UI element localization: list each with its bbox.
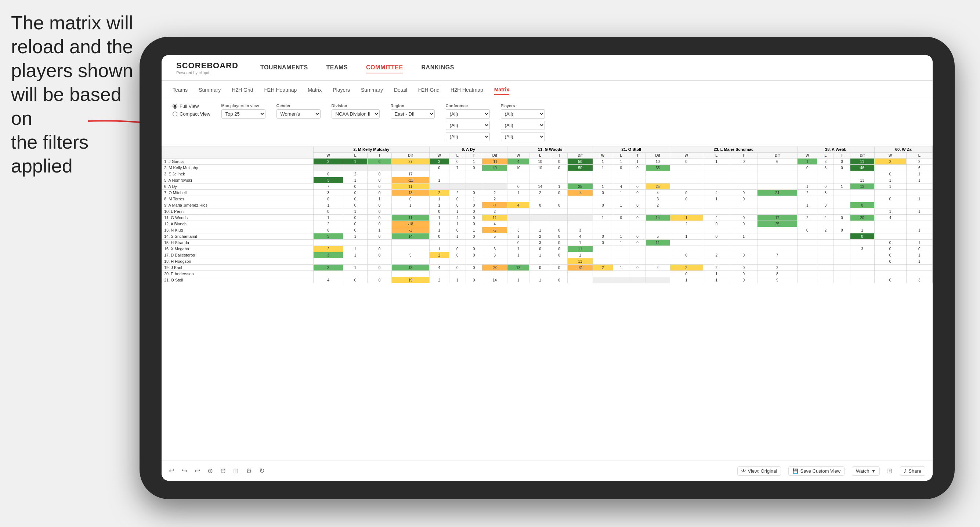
view-original-btn[interactable]: 👁 View: Original	[737, 467, 781, 476]
cell: 0	[593, 190, 613, 196]
sub-nav-h2h-heatmap2[interactable]: H2H Heatmap	[450, 85, 483, 95]
player-name: 3. S Jelinek	[162, 171, 313, 177]
cell	[850, 252, 874, 258]
cell	[449, 271, 466, 277]
players-select2[interactable]: (All)	[501, 121, 545, 130]
cell	[567, 171, 593, 177]
grid-view-icon[interactable]: ⊞	[887, 467, 892, 475]
cell	[629, 221, 646, 227]
cell	[392, 271, 430, 277]
nav-items: TOURNAMENTS TEAMS COMMITTEE RANKINGS	[260, 62, 454, 73]
cell: 0	[593, 233, 613, 240]
cell	[593, 271, 613, 277]
nav-committee[interactable]: COMMITTEE	[366, 62, 403, 73]
cell	[529, 258, 551, 265]
conference-select3[interactable]: (All)	[446, 132, 490, 141]
cell	[817, 277, 834, 283]
gender-filter: Gender Women's Men's	[277, 103, 321, 119]
cell: 0	[797, 227, 817, 233]
cell: 0	[629, 190, 646, 196]
cell: 0	[551, 265, 568, 271]
cell	[850, 277, 874, 283]
cell: 0	[551, 165, 568, 171]
cell: 0	[834, 159, 850, 165]
cell: 0	[629, 265, 646, 271]
sub-nav-summary[interactable]: Summary	[199, 85, 221, 95]
players-select3[interactable]: (All)	[501, 132, 545, 141]
sub-nav-summary2[interactable]: Summary	[361, 85, 383, 95]
undo-icon[interactable]: ↩	[169, 467, 174, 475]
grid-icon[interactable]: ⊡	[233, 467, 239, 475]
zoom-in-icon[interactable]: ⊕	[207, 467, 213, 475]
nav-teams[interactable]: TEAMS	[326, 62, 348, 73]
save-custom-view-btn[interactable]: 💾 Save Custom View	[788, 467, 845, 476]
cell	[551, 221, 568, 227]
cell	[797, 177, 817, 184]
sub-nav-matrix[interactable]: Matrix	[308, 85, 321, 95]
cell: 0	[367, 252, 391, 258]
cell	[529, 215, 551, 221]
cell	[313, 271, 343, 277]
full-view-radio[interactable]	[173, 104, 177, 109]
cell: 0	[367, 277, 391, 283]
sub-nav-detail[interactable]: Detail	[394, 85, 407, 95]
sub-nav-h2h-grid2[interactable]: H2H Grid	[418, 85, 439, 95]
share-btn[interactable]: ⤴ Share	[900, 467, 925, 476]
sh-w1: W	[313, 153, 343, 159]
conference-select1[interactable]: (All)	[446, 110, 490, 119]
cell: 0	[313, 227, 343, 233]
cell: 1	[629, 159, 646, 165]
cell	[850, 240, 874, 246]
division-select[interactable]: NCAA Division II NCAA Division I	[332, 110, 380, 119]
redo-icon[interactable]: ↪	[182, 467, 187, 475]
zoom-out-icon[interactable]: ⊖	[220, 467, 226, 475]
refresh-icon[interactable]: ↻	[259, 467, 265, 475]
cell	[482, 184, 508, 190]
sub-nav-players[interactable]: Players	[332, 85, 350, 95]
sub-nav-h2h-heatmap[interactable]: H2H Heatmap	[264, 85, 297, 95]
cell: -11	[392, 177, 430, 184]
cell	[466, 184, 482, 190]
compact-view-radio[interactable]	[173, 111, 177, 116]
division-filter: Division NCAA Division II NCAA Division …	[332, 103, 380, 119]
sub-nav-teams[interactable]: Teams	[173, 85, 188, 95]
back-icon[interactable]: ↩	[195, 467, 200, 475]
compact-view-option[interactable]: Compact View	[173, 111, 210, 117]
cell: 4	[817, 215, 834, 221]
nav-rankings[interactable]: RANKINGS	[422, 62, 454, 73]
sub-nav-h2h-grid[interactable]: H2H Grid	[232, 85, 253, 95]
max-players-select[interactable]: Top 25 Top 10 Top 50	[221, 110, 266, 119]
nav-tournaments[interactable]: TOURNAMENTS	[260, 62, 308, 73]
watch-btn[interactable]: Watch ▼	[852, 467, 880, 476]
cell	[703, 171, 730, 177]
cell: 0	[466, 265, 482, 271]
cell	[757, 240, 797, 246]
cell: 0	[367, 177, 391, 184]
cell	[508, 171, 529, 177]
matrix-area[interactable]: 2. M Kelly Mulcahy 6. A Dy 11. G Woods 2…	[162, 146, 932, 460]
gender-select[interactable]: Women's Men's	[277, 110, 321, 119]
conference-filter: Conference (All) (All) (All)	[446, 103, 490, 141]
conference-select2[interactable]: (All)	[446, 121, 490, 130]
cell	[817, 177, 834, 184]
sub-nav-matrix2[interactable]: Matrix	[494, 85, 509, 95]
tablet-screen: SCOREBOARD Powered by clippd TOURNAMENTS…	[162, 55, 932, 481]
matrix-table: 2. M Kelly Mulcahy 6. A Dy 11. G Woods 2…	[162, 146, 932, 283]
cell	[834, 233, 850, 240]
nav-bar: SCOREBOARD Powered by clippd TOURNAMENTS…	[162, 55, 932, 81]
cell	[670, 208, 703, 215]
region-select[interactable]: East - DII West - DII	[391, 110, 435, 119]
cell: 0	[670, 159, 703, 165]
full-view-option[interactable]: Full View	[173, 103, 210, 109]
settings-icon[interactable]: ⚙	[246, 467, 252, 475]
cell	[757, 233, 797, 240]
cell: 2	[529, 190, 551, 196]
cell	[850, 171, 874, 177]
cell	[797, 265, 817, 271]
cell: 2	[482, 208, 508, 215]
cell: 0	[906, 246, 932, 252]
players-select1[interactable]: (All)	[501, 110, 545, 119]
cell	[874, 221, 906, 227]
cell: 3	[850, 246, 874, 252]
cell: 0	[629, 215, 646, 221]
